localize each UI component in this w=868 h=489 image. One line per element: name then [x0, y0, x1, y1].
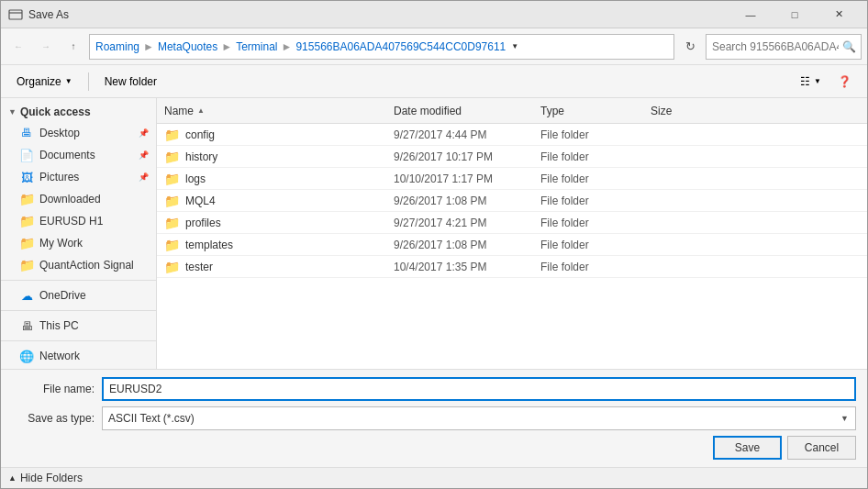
- maximize-button[interactable]: □: [773, 1, 816, 28]
- file-row-type: File folder: [540, 194, 651, 207]
- sort-arrow-icon: ▲: [197, 106, 205, 115]
- sidebar-divider-1: [1, 280, 156, 281]
- table-row[interactable]: 📁 config 9/27/2017 4:44 PM File folder: [157, 124, 867, 146]
- file-name-cell: MQL4: [185, 194, 216, 207]
- sidebar: ▼ Quick access 🖶 Desktop 📌 📄 Documents 📌…: [1, 98, 157, 369]
- column-name[interactable]: Name ▲: [164, 105, 394, 117]
- breadcrumb-item-terminal[interactable]: Terminal: [236, 40, 277, 53]
- collapse-arrow-icon: ▲: [8, 473, 17, 483]
- file-name-cell: profiles: [185, 217, 221, 229]
- sidebar-item-label-pictures: Pictures: [39, 171, 79, 183]
- help-button[interactable]: ❓: [829, 70, 860, 94]
- sidebar-item-onedrive[interactable]: ☁ OneDrive: [1, 284, 156, 306]
- folder-icon: 📁: [164, 194, 180, 208]
- save-button[interactable]: Save: [713, 436, 782, 460]
- file-row-type: File folder: [540, 172, 651, 185]
- file-row-name: 📁 config: [164, 128, 394, 142]
- view-button[interactable]: ☷ ▼: [792, 70, 829, 94]
- folder-icon: 📁: [164, 172, 180, 186]
- quantaction-folder-icon: 📁: [19, 258, 34, 272]
- file-name-cell: tester: [185, 261, 213, 273]
- close-button[interactable]: ✕: [818, 1, 860, 28]
- file-rows-container: 📁 config 9/27/2017 4:44 PM File folder 📁…: [157, 124, 867, 278]
- column-date-modified[interactable]: Date modified: [394, 105, 540, 117]
- window-controls: — □ ✕: [729, 1, 860, 28]
- refresh-button[interactable]: ↻: [678, 35, 702, 59]
- view-icon: ☷: [800, 75, 810, 88]
- hide-folders-bar[interactable]: ▲ Hide Folders: [1, 467, 867, 488]
- breadcrumb-sep-3: ►: [282, 40, 293, 53]
- file-list: Name ▲ Date modified Type Size 📁 config …: [157, 98, 867, 369]
- button-row: Save Cancel: [12, 436, 856, 460]
- search-input[interactable]: [706, 34, 862, 60]
- file-row-type: File folder: [540, 150, 651, 163]
- file-row-type: File folder: [540, 128, 651, 141]
- breadcrumb: Roaming ► MetaQuotes ► Terminal ► 915566…: [89, 34, 674, 60]
- back-button[interactable]: ←: [6, 35, 30, 59]
- onedrive-icon: ☁: [19, 288, 34, 303]
- organize-label: Organize: [17, 75, 61, 88]
- table-row[interactable]: 📁 MQL4 9/26/2017 1:08 PM File folder: [157, 190, 867, 212]
- file-row-date: 10/4/2017 1:35 PM: [394, 261, 540, 273]
- sidebar-item-quantaction[interactable]: 📁 QuantAction Signal: [1, 254, 156, 276]
- sidebar-section-quick-access[interactable]: ▼ Quick access: [1, 102, 156, 122]
- organize-button[interactable]: Organize ▼: [8, 70, 81, 94]
- sidebar-item-network[interactable]: 🌐 Network: [1, 345, 156, 367]
- breadcrumb-item-roaming[interactable]: Roaming: [95, 40, 139, 53]
- sidebar-item-desktop[interactable]: 🖶 Desktop 📌: [1, 122, 156, 144]
- file-row-type: File folder: [540, 239, 651, 251]
- table-row[interactable]: 📁 profiles 9/27/2017 4:21 PM File folder: [157, 212, 867, 234]
- new-folder-button[interactable]: New folder: [96, 70, 165, 94]
- file-row-name: 📁 tester: [164, 260, 394, 274]
- table-row[interactable]: 📁 logs 10/10/2017 1:17 PM File folder: [157, 168, 867, 190]
- sidebar-item-label-quantaction: QuantAction Signal: [39, 259, 134, 272]
- file-name-input[interactable]: [102, 377, 856, 401]
- sidebar-item-my-work[interactable]: 📁 My Work: [1, 232, 156, 254]
- cancel-button[interactable]: Cancel: [787, 436, 856, 460]
- folder-icon: 📁: [164, 128, 180, 142]
- minimize-button[interactable]: —: [729, 1, 772, 28]
- view-dropdown-arrow-icon: ▼: [814, 77, 821, 85]
- table-row[interactable]: 📁 templates 9/26/2017 1:08 PM File folde…: [157, 234, 867, 256]
- sidebar-divider-2: [1, 310, 156, 311]
- file-name-cell: config: [185, 128, 215, 141]
- breadcrumb-item-guid[interactable]: 915566BA06ADA407569C544CC0D97611: [295, 40, 506, 53]
- save-as-type-row: Save as type: ASCII Text (*.csv) ▼: [12, 406, 856, 430]
- file-row-name: 📁 profiles: [164, 216, 394, 230]
- column-size[interactable]: Size: [651, 105, 724, 117]
- file-name-label: File name:: [12, 383, 95, 395]
- table-row[interactable]: 📁 tester 10/4/2017 1:35 PM File folder: [157, 256, 867, 278]
- breadcrumb-item-metaquotes[interactable]: MetaQuotes: [158, 40, 217, 53]
- network-icon: 🌐: [19, 349, 34, 363]
- save-as-type-select[interactable]: ASCII Text (*.csv): [102, 406, 856, 430]
- sidebar-item-label-downloaded: Downloaded: [39, 193, 101, 206]
- titlebar: Save As — □ ✕: [1, 1, 867, 28]
- sidebar-item-label-documents: Documents: [39, 149, 95, 161]
- pictures-pin-icon: 📌: [139, 172, 149, 182]
- column-type[interactable]: Type: [540, 105, 651, 117]
- up-button[interactable]: ↑: [61, 35, 85, 59]
- quick-access-label: Quick access: [20, 106, 91, 118]
- breadcrumb-sep-2: ►: [221, 40, 232, 53]
- sidebar-item-documents[interactable]: 📄 Documents 📌: [1, 144, 156, 166]
- folder-icon: 📁: [164, 150, 180, 164]
- content-area: ▼ Quick access 🖶 Desktop 📌 📄 Documents 📌…: [1, 98, 867, 369]
- table-row[interactable]: 📁 history 9/26/2017 10:17 PM File folder: [157, 146, 867, 168]
- forward-button[interactable]: →: [34, 35, 58, 59]
- file-name-cell: history: [185, 150, 217, 163]
- downloaded-folder-icon: 📁: [19, 192, 34, 206]
- help-icon: ❓: [838, 75, 851, 88]
- sidebar-item-downloaded[interactable]: 📁 Downloaded: [1, 188, 156, 210]
- thispc-icon: 🖶: [19, 318, 34, 333]
- sidebar-item-eurusd-h1[interactable]: 📁 EURUSD H1: [1, 210, 156, 232]
- pictures-icon: 🖼: [19, 170, 34, 184]
- sidebar-item-pictures[interactable]: 🖼 Pictures 📌: [1, 166, 156, 188]
- sidebar-item-thispc[interactable]: 🖶 This PC: [1, 315, 156, 337]
- file-name-cell: logs: [185, 172, 206, 185]
- documents-pin-icon: 📌: [139, 150, 149, 160]
- file-row-name: 📁 history: [164, 150, 394, 164]
- address-bar: ← → ↑ Roaming ► MetaQuotes ► Terminal ► …: [1, 28, 867, 65]
- folder-icon: 📁: [164, 216, 180, 230]
- save-as-type-label: Save as type:: [12, 412, 95, 425]
- breadcrumb-dropdown-button[interactable]: ▼: [507, 35, 522, 59]
